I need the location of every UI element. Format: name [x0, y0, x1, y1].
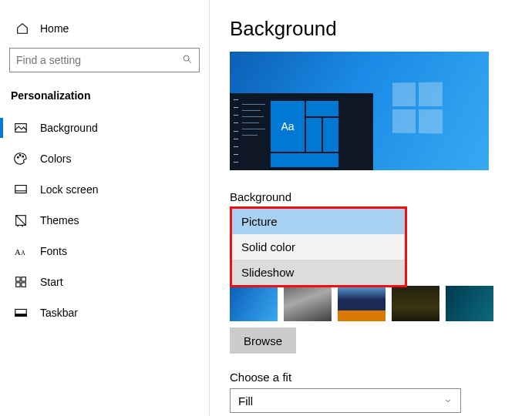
home-icon — [15, 22, 29, 35]
sidebar-item-themes[interactable]: Themes — [0, 205, 209, 236]
home-label: Home — [40, 22, 69, 35]
search-input-container[interactable] — [9, 48, 200, 72]
sidebar-item-label: Fonts — [40, 245, 67, 257]
background-option-slideshow[interactable]: Slideshow — [232, 260, 405, 285]
svg-rect-16 — [15, 314, 26, 317]
fonts-icon: AA — [14, 244, 28, 258]
svg-rect-12 — [22, 277, 25, 281]
sidebar-item-label: Start — [40, 276, 63, 288]
search-input[interactable] — [16, 54, 182, 66]
sidebar-item-label: Themes — [40, 214, 79, 226]
sidebar-item-label: Colors — [40, 153, 71, 165]
svg-point-3 — [18, 156, 19, 158]
palette-icon — [14, 152, 28, 166]
svg-rect-13 — [16, 283, 20, 287]
search-icon — [182, 54, 193, 67]
sidebar-item-fonts[interactable]: AA Fonts — [0, 236, 209, 267]
svg-point-5 — [22, 156, 24, 157]
start-icon — [14, 275, 28, 289]
page-title: Background — [230, 17, 532, 41]
sidebar-item-start[interactable]: Start — [0, 267, 209, 297]
picture-thumbnail[interactable] — [446, 286, 493, 321]
background-option-picture[interactable]: Picture — [232, 209, 405, 234]
svg-rect-6 — [15, 186, 26, 193]
background-option-solid-color[interactable]: Solid color — [232, 234, 405, 260]
svg-rect-14 — [22, 283, 25, 287]
themes-icon — [14, 213, 28, 227]
preview-tile-aa: Aa — [271, 101, 305, 152]
picture-thumbnail[interactable] — [284, 286, 332, 321]
sidebar-item-colors[interactable]: Colors — [0, 143, 209, 174]
sidebar-item-taskbar[interactable]: Taskbar — [0, 297, 209, 328]
sidebar-item-label: Background — [40, 122, 98, 134]
picture-icon — [14, 121, 28, 135]
section-title: Personalization — [0, 86, 209, 112]
picture-thumbnail[interactable] — [392, 286, 439, 321]
windows-logo-icon — [392, 82, 443, 134]
svg-text:A: A — [21, 250, 25, 257]
background-preview: Aa — [230, 52, 489, 170]
sidebar-item-label: Taskbar — [40, 307, 78, 319]
sidebar-item-lock-screen[interactable]: Lock screen — [0, 174, 209, 205]
picture-thumbnail[interactable] — [230, 286, 278, 321]
chevron-down-icon — [443, 394, 453, 408]
sidebar-item-background[interactable]: Background — [0, 112, 209, 143]
picture-thumbnails — [230, 286, 532, 321]
svg-rect-11 — [16, 277, 20, 281]
svg-line-1 — [188, 60, 191, 63]
choose-fit-value: Fill — [238, 394, 253, 408]
picture-thumbnail[interactable] — [338, 286, 386, 321]
svg-point-0 — [184, 55, 189, 61]
settings-sidebar: Home Personalization Background Colors L… — [0, 0, 210, 416]
lock-screen-icon — [14, 183, 28, 196]
main-panel: Background Aa Background Picture Solid c… — [210, 0, 532, 416]
background-dropdown-open[interactable]: Picture Solid color Slideshow — [230, 206, 407, 287]
background-dropdown-label: Background — [230, 190, 532, 203]
browse-button[interactable]: Browse — [230, 327, 296, 354]
choose-fit-label: Choose a fit — [230, 371, 532, 384]
svg-point-4 — [19, 155, 21, 156]
sidebar-item-label: Lock screen — [40, 183, 98, 196]
choose-fit-dropdown[interactable]: Fill — [230, 388, 461, 413]
home-link[interactable]: Home — [0, 17, 209, 48]
taskbar-icon — [14, 306, 28, 320]
svg-text:A: A — [15, 247, 21, 257]
preview-start-mock: Aa — [230, 93, 373, 170]
